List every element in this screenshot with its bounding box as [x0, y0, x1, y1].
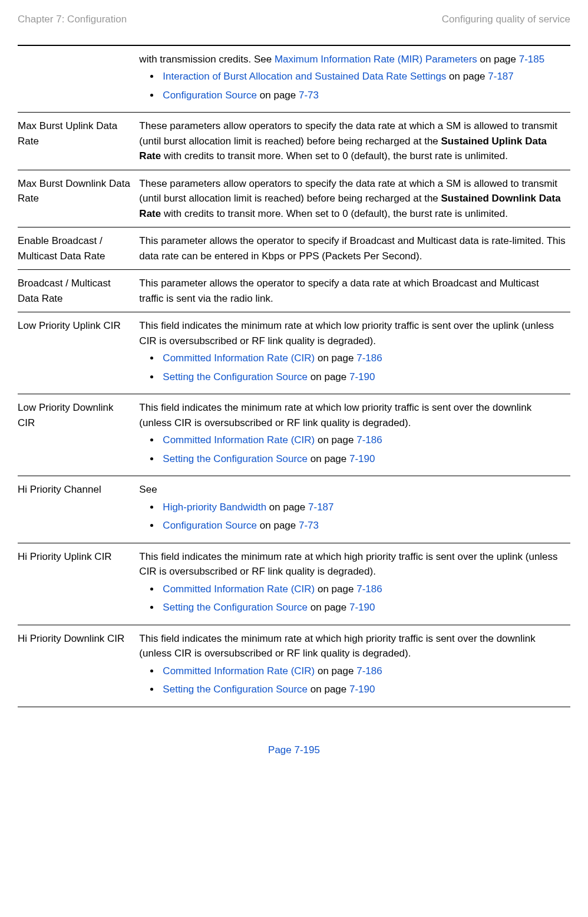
bullet-list: High-priority Bandwidth on page 7-187 Co…: [139, 500, 566, 533]
table-row: Hi Priority Uplink CIR This field indica…: [18, 543, 570, 625]
list-item: Committed Information Rate (CIR) on page…: [160, 582, 566, 597]
attr-description: This field indicates the minimum rate at…: [139, 312, 570, 394]
link-setting-config-source[interactable]: Setting the Configuration Source: [163, 602, 308, 613]
text: on page: [257, 520, 299, 531]
table-row: with transmission credits. See Maximum I…: [18, 45, 570, 113]
link-cir[interactable]: Committed Information Rate (CIR): [163, 352, 315, 364]
header-right: Configuring quality of service: [442, 12, 570, 27]
text: on page: [477, 54, 519, 65]
attr-description: See High-priority Bandwidth on page 7-18…: [139, 476, 570, 543]
header-left: Chapter 7: Configuration: [18, 12, 127, 27]
attr-label: Max Burst Downlink Data Rate: [18, 170, 139, 227]
text: on page: [308, 371, 349, 382]
link-setting-config-source[interactable]: Setting the Configuration Source: [163, 371, 308, 382]
text: on page: [315, 434, 356, 446]
list-item: Setting the Configuration Source on page…: [160, 451, 566, 467]
list-item: Committed Information Rate (CIR) on page…: [160, 664, 566, 679]
table-row: Enable Broadcast / Multicast Data Rate T…: [18, 227, 570, 270]
bullet-list: Committed Information Rate (CIR) on page…: [139, 582, 566, 615]
page-ref[interactable]: 7-187: [488, 71, 513, 82]
page-ref[interactable]: 7-186: [356, 434, 382, 446]
bullet-list: Committed Information Rate (CIR) on page…: [139, 351, 566, 384]
attr-description: This parameter allows the operator to sp…: [139, 227, 570, 270]
page-ref[interactable]: 7-73: [299, 520, 319, 531]
page-ref[interactable]: 7-186: [356, 352, 382, 364]
attr-label: Hi Priority Uplink CIR: [18, 543, 139, 625]
page-footer: Page 7-195: [18, 743, 570, 758]
attr-label: Max Burst Uplink Data Rate: [18, 113, 139, 170]
page-ref[interactable]: 7-190: [349, 602, 375, 613]
list-item: Setting the Configuration Source on page…: [160, 682, 566, 697]
text: on page: [315, 352, 356, 364]
text: on page: [315, 583, 356, 595]
link-setting-config-source[interactable]: Setting the Configuration Source: [163, 684, 308, 695]
attr-label: Low Priority Downlink CIR: [18, 394, 139, 476]
text: This field indicates the minimum rate at…: [139, 320, 554, 347]
list-item: Setting the Configuration Source on page…: [160, 370, 566, 385]
table-row: Max Burst Uplink Data Rate These paramet…: [18, 113, 570, 170]
list-item: Configuration Source on page 7-73: [160, 518, 566, 533]
page-header: Chapter 7: Configuration Configuring qua…: [18, 12, 570, 45]
text: on page: [257, 90, 299, 101]
attr-description: This field indicates the minimum rate at…: [139, 543, 570, 625]
attr-label: Low Priority Uplink CIR: [18, 312, 139, 394]
list-item: Configuration Source on page 7-73: [160, 88, 566, 103]
list-item: Interaction of Burst Allocation and Sust…: [160, 69, 566, 84]
text: on page: [308, 684, 349, 695]
table-row: Broadcast / Multicast Data Rate This par…: [18, 270, 570, 312]
table-row: Low Priority Downlink CIR This field ind…: [18, 394, 570, 476]
bullet-list: Committed Information Rate (CIR) on page…: [139, 664, 566, 697]
attr-description: This field indicates the minimum rate at…: [139, 625, 570, 707]
link-cir[interactable]: Committed Information Rate (CIR): [163, 665, 315, 677]
link-config-source[interactable]: Configuration Source: [163, 90, 257, 101]
table-row: Low Priority Uplink CIR This field indic…: [18, 312, 570, 394]
page-ref[interactable]: 7-190: [349, 684, 375, 695]
list-item: Committed Information Rate (CIR) on page…: [160, 433, 566, 448]
attributes-table: with transmission credits. See Maximum I…: [18, 45, 570, 707]
text: with transmission credits. See: [139, 54, 275, 65]
page-ref[interactable]: 7-187: [308, 502, 333, 513]
attr-label: Hi Priority Downlink CIR: [18, 625, 139, 707]
list-item: Committed Information Rate (CIR) on page…: [160, 351, 566, 366]
attr-description: This parameter allows the operator to sp…: [139, 270, 570, 312]
bullet-list: Committed Information Rate (CIR) on page…: [139, 433, 566, 466]
text: This field indicates the minimum rate at…: [139, 402, 531, 428]
table-row: Hi Priority Channel See High-priority Ba…: [18, 476, 570, 543]
bullet-list: Interaction of Burst Allocation and Sust…: [139, 69, 566, 103]
list-item: Setting the Configuration Source on page…: [160, 600, 566, 615]
text: on page: [308, 602, 349, 613]
text: on page: [315, 665, 356, 677]
attr-description: These parameters allow operators to spec…: [139, 170, 570, 227]
attr-label: Broadcast / Multicast Data Rate: [18, 270, 139, 312]
text: This field indicates the minimum rate at…: [139, 633, 535, 659]
table-row: Max Burst Downlink Data Rate These param…: [18, 170, 570, 227]
text: on page: [266, 502, 308, 513]
text: with credits to transit more. When set t…: [161, 150, 508, 161]
attr-label: [18, 45, 139, 113]
attr-label: Enable Broadcast / Multicast Data Rate: [18, 227, 139, 270]
attr-description: with transmission credits. See Maximum I…: [139, 45, 570, 113]
link-config-source[interactable]: Configuration Source: [163, 520, 257, 531]
page-ref[interactable]: 7-186: [356, 583, 382, 595]
list-item: High-priority Bandwidth on page 7-187: [160, 500, 566, 515]
link-cir[interactable]: Committed Information Rate (CIR): [163, 583, 315, 595]
table-row: Hi Priority Downlink CIR This field indi…: [18, 625, 570, 707]
page-ref[interactable]: 7-185: [519, 54, 544, 65]
page-ref[interactable]: 7-186: [356, 665, 382, 677]
link-cir[interactable]: Committed Information Rate (CIR): [163, 434, 315, 446]
page-ref[interactable]: 7-190: [349, 371, 375, 382]
text: See: [139, 484, 157, 495]
text: on page: [446, 71, 488, 82]
page-ref[interactable]: 7-73: [299, 90, 319, 101]
link-high-priority-bandwidth[interactable]: High-priority Bandwidth: [163, 502, 266, 513]
link-mir-parameters[interactable]: Maximum Information Rate (MIR) Parameter…: [275, 54, 477, 65]
text: on page: [308, 453, 349, 464]
attr-label: Hi Priority Channel: [18, 476, 139, 543]
link-interaction-burst[interactable]: Interaction of Burst Allocation and Sust…: [163, 71, 446, 82]
attr-description: These parameters allow operators to spec…: [139, 113, 570, 170]
link-setting-config-source[interactable]: Setting the Configuration Source: [163, 453, 308, 464]
attr-description: This field indicates the minimum rate at…: [139, 394, 570, 476]
text: with credits to transit more. When set t…: [161, 208, 508, 219]
text: This field indicates the minimum rate at…: [139, 551, 557, 578]
page-ref[interactable]: 7-190: [349, 453, 375, 464]
